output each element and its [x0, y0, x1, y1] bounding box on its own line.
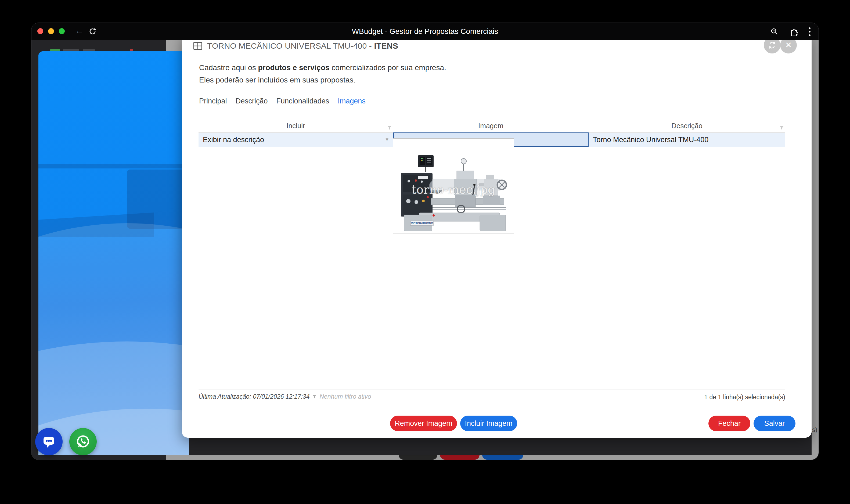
hidden-blue-button [482, 455, 523, 460]
chevron-down-icon: ▼ [385, 133, 389, 147]
clipped-logo-fragment [63, 49, 79, 51]
browser-titlebar: ← WBudget - Gestor de Propostas Comercia… [32, 23, 818, 40]
product-image-preview[interactable]: VICTOR&BUONO torno-mec.jpg [393, 138, 514, 233]
itens-modal: TORNO MECÂNICO UNIVERSAL TMU-400 - ITENS… [182, 34, 812, 438]
machine-photo-tint [38, 164, 189, 168]
refresh-icon [767, 40, 777, 50]
salvar-button[interactable]: Salvar [754, 416, 795, 431]
clipped-logo-fragment [130, 49, 133, 51]
hidden-divider-fragment [812, 424, 819, 424]
titlebar-icons [770, 27, 811, 37]
close-window-button[interactable] [37, 28, 43, 34]
menu-kebab-icon[interactable] [808, 27, 811, 37]
clipped-text-fragment: s) [812, 426, 817, 434]
page-title: WBudget - Gestor de Propostas Comerciais [85, 23, 765, 40]
modal-title: TORNO MECÂNICO UNIVERSAL TMU-400 - ITENS [207, 41, 398, 51]
fechar-button[interactable]: Fechar [708, 416, 750, 431]
tab-principal[interactable]: Principal [199, 97, 227, 105]
browser-window: s) [31, 22, 819, 460]
chat-bubble-icon [41, 434, 56, 449]
dimmed-page-right [812, 40, 819, 460]
column-header-descricao: Descrição [589, 119, 785, 132]
hidden-dark-button [399, 455, 437, 460]
clipped-logo-fragment [83, 49, 95, 51]
tab-imagens[interactable]: Imagens [338, 97, 366, 105]
footer-divider [199, 390, 785, 390]
tab-descricao[interactable]: Descrição [236, 97, 268, 105]
screenshot-stage: s) [0, 0, 850, 504]
filter-icon [312, 395, 317, 399]
column-header-imagem: Imagem [393, 119, 589, 132]
selection-count-text: 1 de 1 linha(s) selecionada(s) [704, 394, 785, 401]
include-image-button[interactable]: Incluir Imagem [460, 416, 517, 431]
fullscreen-window-button[interactable] [59, 28, 65, 34]
column-header-incluir: Incluir [199, 119, 393, 132]
filter-status-text: Nenhum filtro ativo [320, 393, 371, 400]
modal-intro-text: Cadastre aqui os produtos e serviços com… [199, 61, 446, 86]
remove-image-button[interactable]: Remover Imagem [390, 416, 457, 431]
hidden-red-button [440, 455, 480, 460]
descricao-cell[interactable]: Torno Mecânico Universal TMU-400 [589, 132, 785, 147]
table-header: Incluir Imagem Descrição [199, 119, 785, 132]
minimize-window-button[interactable] [48, 28, 54, 34]
tab-funcionalidades[interactable]: Funcionalidades [276, 97, 329, 105]
blue-side-panel [38, 51, 189, 455]
image-filename-watermark: torno-mec.jpg [393, 183, 514, 196]
incluir-dropdown-cell[interactable]: Exibir na descrição ▼ [199, 132, 393, 147]
whatsapp-button[interactable] [69, 428, 97, 455]
status-bar-left: Última Atualização: 07/01/2026 12:17:34 … [199, 393, 371, 400]
clipped-logo-fragment [50, 49, 60, 51]
back-icon[interactable]: ← [75, 26, 84, 36]
whatsapp-icon [75, 434, 91, 450]
chat-widget-button[interactable] [35, 428, 62, 455]
last-update-text: Última Atualização: 07/01/2026 12:17:34 [199, 393, 309, 400]
table-grid-icon [193, 41, 203, 51]
modal-tabs: Principal Descrição Funcionalidades Imag… [199, 97, 366, 105]
extensions-puzzle-icon[interactable] [789, 27, 798, 36]
zoom-out-icon[interactable] [770, 28, 779, 36]
modal-header: TORNO MECÂNICO UNIVERSAL TMU-400 - ITENS [193, 40, 398, 52]
machine-brand-label: VICTOR&BUONO [411, 222, 433, 225]
